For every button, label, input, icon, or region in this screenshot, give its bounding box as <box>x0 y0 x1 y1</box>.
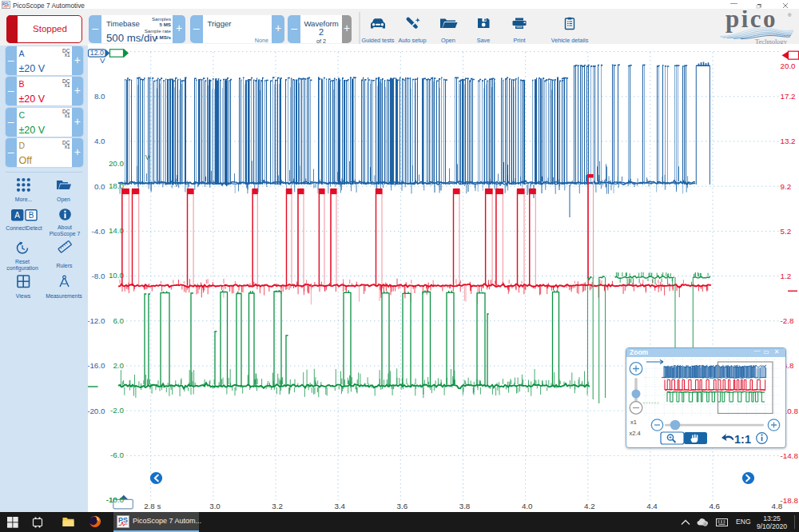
svg-text:-14.8: -14.8 <box>781 451 799 460</box>
svg-text:A: A <box>14 211 20 220</box>
svg-text:4.8: 4.8 <box>771 502 782 510</box>
svg-text:12.0: 12.0 <box>90 49 104 57</box>
svg-text:5.2: 5.2 <box>781 227 792 236</box>
svg-text:-16.0: -16.0 <box>88 361 105 370</box>
svg-text:-6.0: -6.0 <box>110 451 124 459</box>
svg-text:3.2: 3.2 <box>272 502 283 510</box>
svg-text:-20.0: -20.0 <box>88 407 105 415</box>
svg-text:x2.4: x2.4 <box>629 429 640 436</box>
svg-text:6.0: 6.0 <box>113 316 124 325</box>
svg-text:-4.0: -4.0 <box>92 227 105 236</box>
svg-text:4.4: 4.4 <box>646 502 658 510</box>
svg-text:-2.8: -2.8 <box>781 316 794 325</box>
svg-text:B: B <box>28 211 34 220</box>
svg-text:-2.0: -2.0 <box>110 406 124 415</box>
svg-text:4.6: 4.6 <box>709 502 720 510</box>
svg-text:-18.8: -18.8 <box>781 496 799 505</box>
svg-text:4.0: 4.0 <box>522 502 533 510</box>
svg-text:0.0: 0.0 <box>94 182 105 191</box>
svg-text:3.4: 3.4 <box>334 502 345 510</box>
svg-text:8.0: 8.0 <box>94 92 105 101</box>
svg-text:4.2: 4.2 <box>584 502 595 510</box>
svg-text:4.0: 4.0 <box>94 137 105 145</box>
svg-text:®: ® <box>788 13 792 18</box>
svg-text:1.2: 1.2 <box>781 272 792 280</box>
svg-text:20.0: 20.0 <box>109 159 125 168</box>
svg-text:x1: x1 <box>630 418 637 425</box>
svg-text:3.8: 3.8 <box>459 502 471 510</box>
svg-text:-10.0: -10.0 <box>106 495 125 504</box>
svg-text:3.6: 3.6 <box>397 502 408 510</box>
svg-text:-12.0: -12.0 <box>88 316 105 325</box>
svg-text:3.0: 3.0 <box>209 502 221 510</box>
svg-text:13.2: 13.2 <box>781 137 796 145</box>
svg-text:17.2: 17.2 <box>781 92 796 101</box>
svg-text:-8.0: -8.0 <box>92 272 105 280</box>
svg-text:2.8 s: 2.8 s <box>144 502 161 510</box>
svg-text:2.0: 2.0 <box>113 361 124 370</box>
svg-text:9.2: 9.2 <box>781 182 792 191</box>
svg-text:20.0: 20.0 <box>781 62 797 70</box>
svg-text:1:1: 1:1 <box>734 433 751 446</box>
svg-text:PS: PS <box>118 516 128 524</box>
